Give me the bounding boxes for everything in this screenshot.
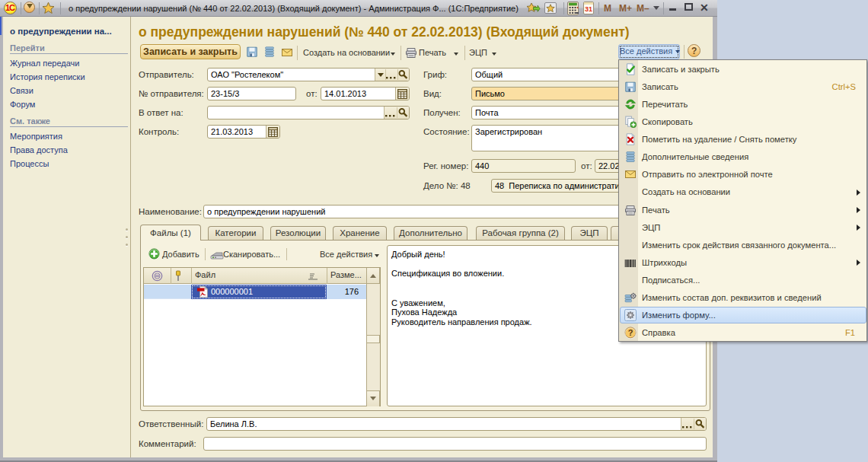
svg-text:?: ? (628, 328, 633, 337)
